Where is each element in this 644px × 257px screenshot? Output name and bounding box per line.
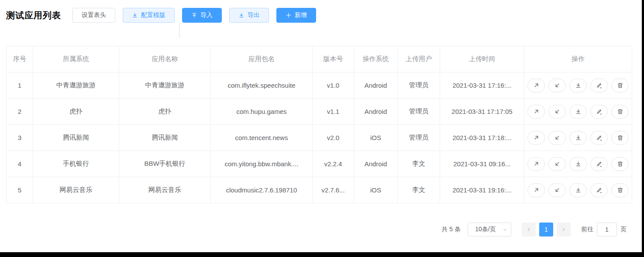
download-icon: [575, 161, 582, 167]
chevron-left-icon: [526, 226, 532, 233]
cell-index: 5: [7, 177, 33, 203]
edit-icon: [596, 82, 603, 89]
arrow-down-left-icon: [554, 187, 561, 193]
action-edit-button[interactable]: [590, 157, 608, 171]
action-delete-button[interactable]: [611, 105, 629, 119]
col-upload-time: 上传时间: [440, 46, 524, 72]
total-count-label: 共 5 条: [441, 226, 461, 233]
action-arrow-down-left-button[interactable]: [548, 183, 566, 197]
arrow-up-right-icon: [533, 161, 540, 167]
export-button[interactable]: 导出: [229, 8, 269, 23]
arrow-up-right-icon: [533, 108, 540, 115]
page-size-select[interactable]: 10条/页: [468, 223, 511, 236]
cell-app-name: 腾讯新闻: [119, 125, 211, 151]
download-icon: [132, 12, 138, 18]
chevron-down-icon: [502, 227, 508, 233]
cell-version: v2.0: [313, 125, 354, 151]
cell-app-name: 虎扑: [119, 99, 211, 125]
action-download-button[interactable]: [569, 131, 587, 145]
action-edit-button[interactable]: [590, 79, 608, 93]
action-edit-button[interactable]: [590, 183, 608, 197]
arrow-up-right-icon: [533, 134, 540, 141]
table-row: 4 手机银行 BBW手机银行 com.yitong.bbw.mbank.... …: [7, 151, 632, 177]
cell-app-name: BBW手机银行: [119, 151, 211, 177]
button-label: 设置表头: [82, 11, 106, 19]
action-arrow-down-left-button[interactable]: [548, 131, 566, 145]
download-icon: [575, 134, 582, 141]
cell-system: 中青遨游旅游: [33, 72, 119, 99]
import-button[interactable]: 导入: [182, 8, 222, 23]
add-button[interactable]: 新增: [276, 8, 316, 23]
delete-icon: [617, 161, 623, 167]
goto-label: 前往: [581, 226, 593, 233]
cell-version: v2.2.4: [313, 151, 354, 177]
cell-os: iOS: [354, 177, 398, 203]
cell-os: Android: [354, 99, 398, 125]
set-table-header-button[interactable]: 设置表头: [72, 8, 115, 23]
plus-icon: [286, 12, 292, 18]
cell-system: 腾讯新闻: [33, 125, 119, 151]
cell-package: com.iflytek.speechsuite: [211, 72, 313, 99]
arrow-down-left-icon: [554, 134, 561, 141]
action-arrow-down-left-button[interactable]: [548, 79, 566, 93]
action-delete-button[interactable]: [611, 131, 629, 145]
cell-package: cloudmusic2.7.6.198710: [211, 177, 313, 203]
goto-page-input[interactable]: [597, 223, 617, 236]
col-package: 应用包名: [211, 46, 313, 72]
arrow-up-right-icon: [533, 82, 540, 89]
page-title: 测试应用列表: [6, 10, 61, 21]
table-row: 1 中青遨游旅游 中青遨游旅游 com.iflytek.speechsuite …: [7, 72, 632, 99]
action-arrow-up-right-button[interactable]: [527, 105, 545, 119]
action-download-button[interactable]: [569, 79, 587, 93]
next-page-button[interactable]: [557, 223, 571, 236]
action-download-button[interactable]: [569, 183, 587, 197]
cell-actions: [524, 99, 632, 125]
col-system: 所属系统: [33, 46, 119, 72]
col-version: 版本号: [313, 46, 354, 72]
cell-uploader: 管理员: [398, 72, 440, 99]
action-arrow-up-right-button[interactable]: [527, 157, 545, 171]
action-delete-button[interactable]: [611, 183, 629, 197]
action-delete-button[interactable]: [611, 79, 629, 93]
edit-icon: [596, 187, 603, 193]
action-arrow-up-right-button[interactable]: [527, 183, 545, 197]
page-suffix-label: 页: [620, 226, 627, 233]
download-icon: [238, 12, 245, 18]
action-download-button[interactable]: [569, 157, 587, 171]
table-row: 5 网易云音乐 网易云音乐 cloudmusic2.7.6.198710 v2.…: [7, 177, 632, 203]
cell-actions: [524, 125, 632, 151]
app-window: 测试应用列表 设置表头 配置模版 导入 导出 新增 序号: [0, 0, 644, 257]
cell-actions: [524, 177, 632, 203]
col-actions: 操作: [524, 46, 632, 72]
toolbar: 测试应用列表 设置表头 配置模版 导入 导出 新增: [0, 0, 644, 23]
cell-os: Android: [354, 72, 398, 99]
arrow-up-right-icon: [533, 187, 540, 193]
cell-actions: [524, 72, 632, 99]
arrow-down-left-icon: [554, 108, 561, 115]
configure-template-button[interactable]: 配置模版: [123, 8, 175, 23]
button-label: 新增: [295, 11, 307, 19]
edit-icon: [596, 134, 603, 141]
page-size-value: 10条/页: [475, 226, 496, 233]
page-number-button[interactable]: 1: [539, 223, 553, 236]
arrow-down-left-icon: [554, 161, 561, 167]
pagination: 共 5 条 10条/页 1 前往 页: [0, 223, 627, 236]
action-arrow-up-right-button[interactable]: [527, 131, 545, 145]
table-header-row: 序号 所属系统 应用名称 应用包名 版本号 操作系统 上传用户 上传时间 操作: [7, 46, 632, 72]
prev-page-button[interactable]: [522, 223, 536, 236]
button-label: 导出: [248, 11, 260, 19]
action-delete-button[interactable]: [611, 157, 629, 171]
cell-upload-time: 2021-03-31 17:18:...: [440, 125, 524, 151]
cell-uploader: 李文: [398, 177, 440, 203]
action-download-button[interactable]: [569, 105, 587, 119]
action-arrow-down-left-button[interactable]: [548, 157, 566, 171]
cell-index: 4: [7, 151, 33, 177]
action-arrow-up-right-button[interactable]: [527, 79, 545, 93]
action-arrow-down-left-button[interactable]: [548, 105, 566, 119]
action-edit-button[interactable]: [590, 105, 608, 119]
delete-icon: [617, 134, 623, 141]
cell-version: v1.1: [313, 99, 354, 125]
button-label: 导入: [200, 11, 213, 19]
cell-package: com.tencent.news: [211, 125, 313, 151]
action-edit-button[interactable]: [590, 131, 608, 145]
